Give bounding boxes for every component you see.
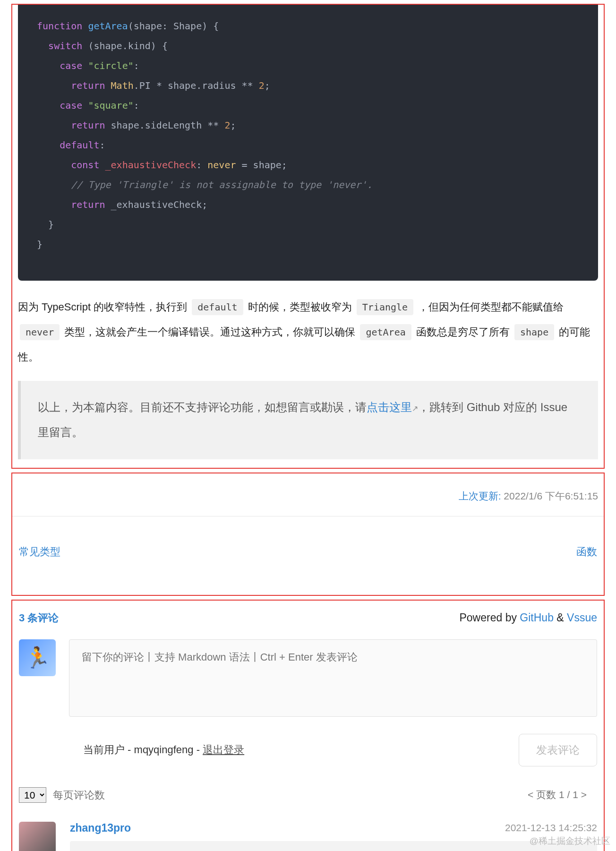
comments-count: 3 条评论 [19, 611, 59, 625]
compose-footer: 当前用户 - mqyqingfeng - 退出登录 发表评论 [12, 721, 604, 773]
prev-next-nav: 常见类型 函数 [12, 516, 604, 595]
last-updated-label: 上次更新: [459, 490, 504, 501]
prev-link[interactable]: 常见类型 [19, 545, 60, 559]
inline-code-never: never [20, 324, 60, 340]
next-link[interactable]: 函数 [576, 545, 597, 559]
last-updated: 上次更新: 2022/1/6 下午6:51:15 [12, 473, 604, 516]
pagination-row: 10 每页评论数 < 页数 1 / 1 > [12, 773, 604, 808]
inline-code-getarea: getArea [360, 324, 411, 340]
watermark: @稀土掘金技术社区 [530, 835, 610, 847]
external-link-icon: ↗ [412, 404, 418, 413]
article-paragraph: 因为 TypeScript 的收窄特性，执行到 default 时的候，类型被收… [12, 292, 604, 381]
meta-nav-panel: 上次更新: 2022/1/6 下午6:51:15 常见类型 函数 [11, 473, 605, 596]
github-link[interactable]: GitHub [520, 611, 554, 624]
comments-panel: 3 条评论 Powered by GitHub & Vssue 🏃 当前用户 -… [11, 600, 605, 851]
inline-code-shape: shape [514, 324, 554, 340]
inline-code-triangle: Triangle [357, 299, 413, 315]
powered-by: Powered by GitHub & Vssue [459, 611, 597, 624]
comment-item: zhang13pro 2021-12-13 14:25:32 contextua… [12, 808, 604, 851]
last-updated-value: 2022/1/6 下午6:51:15 [504, 490, 598, 501]
comment-compose: 🏃 [12, 632, 604, 721]
article-panel: function getArea(shape: Shape) { switch … [11, 4, 605, 469]
pager[interactable]: < 页数 1 / 1 > [528, 788, 587, 801]
current-username: mqyqingfeng [134, 744, 194, 756]
current-user-info: 当前用户 - mqyqingfeng - 退出登录 [83, 743, 244, 757]
submit-comment-button[interactable]: 发表评论 [519, 734, 597, 766]
comments-header: 3 条评论 Powered by GitHub & Vssue [12, 601, 604, 632]
logout-link[interactable]: 退出登录 [203, 744, 244, 756]
github-issue-link[interactable]: 点击这里↗ [367, 401, 418, 413]
kw-function: function [37, 20, 82, 32]
comment-timestamp: 2021-12-13 14:25:32 [505, 822, 597, 834]
comment-header: zhang13pro 2021-12-13 14:25:32 [70, 822, 597, 841]
comment-content: contextual typing 容器所处的上下文推断出了它应该有的类型 Ob… [70, 841, 597, 851]
kw-switch: switch [48, 40, 82, 52]
vssue-link[interactable]: Vssue [567, 611, 597, 624]
perpage-select[interactable]: 10 [19, 787, 46, 803]
comment-author[interactable]: zhang13pro [70, 822, 131, 834]
current-user-avatar: 🏃 [19, 639, 56, 676]
blockquote-note: 以上，为本篇内容。目前还不支持评论功能，如想留言或勘误，请点击这里↗，跳转到 G… [18, 381, 598, 459]
fn-name: getArea [88, 20, 128, 32]
code-block: function getArea(shape: Shape) { switch … [18, 5, 598, 281]
commenter-avatar [19, 822, 56, 851]
inline-code-default: default [192, 299, 243, 315]
comment-input[interactable] [69, 639, 597, 717]
perpage-label: 每页评论数 [53, 789, 105, 801]
